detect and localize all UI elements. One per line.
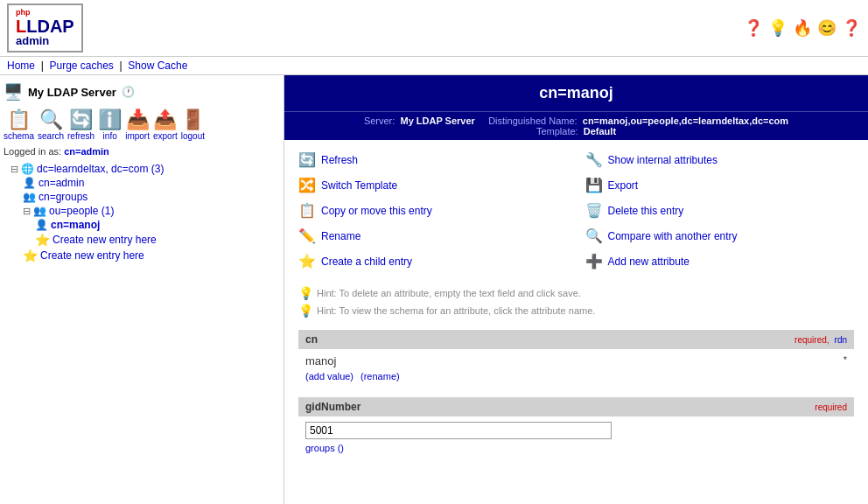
action-rename-link[interactable]: Rename xyxy=(321,230,360,242)
tool-import[interactable]: 📥 import xyxy=(125,108,150,141)
dn-meta-label: Distinguished Name: xyxy=(488,116,578,126)
export-icon: 📤 xyxy=(153,108,177,131)
tree-root-link[interactable]: dc=learndeltax, dc=com (3) xyxy=(37,163,164,175)
tree-item-cn-manoj: 👤 cn=manoj xyxy=(35,218,280,232)
action-compare: 🔍 Compare with another entry xyxy=(585,225,855,247)
tool-logout[interactable]: 🚪 logout xyxy=(181,108,205,141)
logo: php LLDAP admin xyxy=(7,4,83,52)
ou-people-link[interactable]: ou=people (1) xyxy=(49,205,114,217)
server-icon: 🖥️ xyxy=(4,82,23,102)
create-star-icon: ⭐ xyxy=(35,233,50,247)
action-show-internal: 🔧 Show internal attributes xyxy=(585,149,855,171)
sidebar-tools: 📋 schema 🔍 search 🔄 refresh ℹ️ info 📥 im… xyxy=(4,105,280,144)
action-compare-icon: 🔍 xyxy=(585,228,603,244)
cn-groups-icon: 👥 xyxy=(23,191,36,203)
content-area: cn=manoj Server: My LDAP Server Distingu… xyxy=(284,75,868,504)
logo-admin: admin xyxy=(16,35,74,47)
attr-cn-required-tag: required, xyxy=(794,335,829,345)
cn-manoj-icon: 👤 xyxy=(35,219,48,231)
attr-gidnumber-name[interactable]: gidNumber xyxy=(305,401,360,413)
attr-gidnumber-input[interactable] xyxy=(305,422,612,439)
attr-cn-header: cn required, rdn xyxy=(298,330,854,349)
flame-icon[interactable]: 🔥 xyxy=(793,18,812,38)
tree-item-ou-people: ⊟ 👥 ou=people (1) xyxy=(23,204,280,218)
clock-icon: 🕐 xyxy=(122,86,135,98)
server-meta-name: My LDAP Server xyxy=(400,116,474,126)
app-header: php LLDAP admin ❓ 💡 🔥 😊 ❓ xyxy=(0,0,868,57)
sidebar-header: 🖥️ My LDAP Server 🕐 xyxy=(4,79,280,105)
server-meta-label: Server: xyxy=(364,116,395,126)
action-delete-icon: 🗑️ xyxy=(585,202,603,219)
action-export-icon: 💾 xyxy=(585,177,603,193)
info-icon[interactable]: ❓ xyxy=(842,18,861,38)
tool-search[interactable]: 🔍 search xyxy=(38,108,64,141)
action-compare-link[interactable]: Compare with another entry xyxy=(608,230,738,242)
attributes-section: cn required, rdn * manoj (add value) (re… xyxy=(284,323,868,476)
logo-box: php LLDAP admin xyxy=(7,4,83,52)
entry-title: cn=manoj xyxy=(539,84,613,102)
action-create-icon: ⭐ xyxy=(298,253,316,270)
logout-label: logout xyxy=(181,131,205,141)
tree-root-children: 👤 cn=admin 👥 cn=groups ⊟ 👥 ou=people (1)… xyxy=(10,176,280,263)
action-create-child-link[interactable]: Create a child entry xyxy=(321,256,412,268)
action-delete-link[interactable]: Delete this entry xyxy=(608,205,684,217)
bulb-icon[interactable]: 💡 xyxy=(768,18,788,38)
logged-in-user: cn=admin xyxy=(64,146,109,157)
hint-2: 💡 Hint: To view the schema for an attrib… xyxy=(298,302,854,319)
tool-refresh[interactable]: 🔄 refresh xyxy=(67,108,94,141)
action-rename: ✏️ Rename xyxy=(298,225,568,247)
tree-item-create-new-root: ⭐ Create new entry here xyxy=(23,248,280,263)
attr-cn-text: manoj xyxy=(305,354,847,368)
attr-cn-name[interactable]: cn xyxy=(305,333,318,346)
action-copy-move-link[interactable]: Copy or move this entry xyxy=(321,205,432,217)
attr-gidnumber-header: gidNumber required xyxy=(298,397,854,416)
navbar: Home | Purge caches | Show Cache xyxy=(0,57,868,75)
create-new-root-link[interactable]: Create new entry here xyxy=(40,249,144,262)
export-label: export xyxy=(153,131,178,141)
hint-1: 💡 Hint: To delete an attribute, empty th… xyxy=(298,284,854,302)
action-export-link[interactable]: Export xyxy=(608,179,639,192)
action-export: 💾 Export xyxy=(585,174,855,196)
action-create-child: ⭐ Create a child entry xyxy=(298,250,568,272)
tool-schema[interactable]: 📋 schema xyxy=(4,108,34,141)
attr-cn-rdn-tag[interactable]: rdn xyxy=(835,335,847,345)
tree-item-cn-admin: 👤 cn=admin xyxy=(23,176,280,190)
action-refresh-link[interactable]: Refresh xyxy=(321,154,358,166)
logged-in-info: Logged in as: cn=admin xyxy=(4,144,280,158)
show-cache-link[interactable]: Show Cache xyxy=(128,60,187,72)
cn-admin-link[interactable]: cn=admin xyxy=(38,177,84,189)
template-meta-value: Default xyxy=(584,126,616,136)
import-label: import xyxy=(125,131,150,141)
tree-root-item: ⊟ 🌐 dc=learndeltax, dc=com (3) xyxy=(10,162,280,176)
hint-text-2: Hint: To view the schema for an attribut… xyxy=(317,305,595,316)
home-link[interactable]: Home xyxy=(7,60,35,72)
dn-meta-value: cn=manoj,ou=people,dc=learndeltax,dc=com xyxy=(583,116,788,126)
attr-cn-rename-link[interactable]: (rename) xyxy=(360,371,400,382)
attr-gidnumber-links: groups () xyxy=(305,443,847,453)
create-new-people-link[interactable]: Create new entry here xyxy=(52,234,157,246)
smile-icon[interactable]: 😊 xyxy=(817,18,836,38)
ou-people-expand-icon[interactable]: ⊟ xyxy=(23,206,31,217)
logo-ldap: LLDAP xyxy=(16,18,74,35)
attr-cn-add-value-link[interactable]: (add value) xyxy=(305,371,354,382)
tool-info[interactable]: ℹ️ info xyxy=(98,108,122,141)
entry-header: cn=manoj xyxy=(284,75,868,111)
tool-export[interactable]: 📤 export xyxy=(153,108,178,141)
cn-groups-link[interactable]: cn=groups xyxy=(38,191,88,203)
purge-caches-link[interactable]: Purge caches xyxy=(49,60,113,72)
search-label: search xyxy=(38,131,64,141)
help-icon[interactable]: ❓ xyxy=(744,18,763,38)
cn-manoj-link[interactable]: cn=manoj xyxy=(51,219,100,231)
search-icon: 🔍 xyxy=(39,108,63,131)
action-show-internal-link[interactable]: Show internal attributes xyxy=(608,154,718,166)
action-add-attribute-link[interactable]: Add new attribute xyxy=(608,256,690,268)
action-delete: 🗑️ Delete this entry xyxy=(585,200,855,221)
import-icon: 📥 xyxy=(126,108,150,131)
hints-area: 💡 Hint: To delete an attribute, empty th… xyxy=(284,281,868,323)
attr-gidnumber-groups-link[interactable]: groups () xyxy=(305,443,344,453)
cn-admin-icon: 👤 xyxy=(23,177,36,189)
action-refresh-icon: 🔄 xyxy=(298,151,316,168)
action-add-attribute: ➕ Add new attribute xyxy=(585,250,855,272)
root-expand-icon[interactable]: ⊟ xyxy=(10,164,18,175)
action-switch-template-link[interactable]: Switch Template xyxy=(321,179,397,192)
